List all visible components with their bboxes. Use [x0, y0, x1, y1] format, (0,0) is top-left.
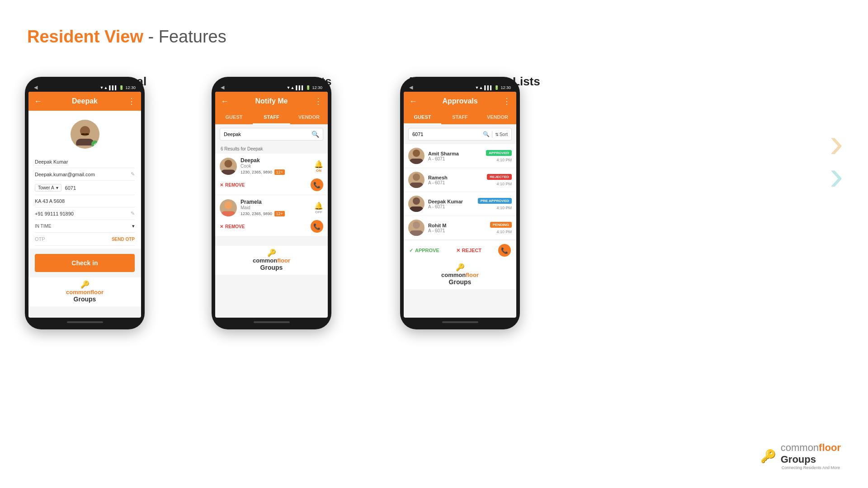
notify-item-1-top: Pramela Maid 1230, 2365, 9890 12+ 🔔 OFF — [220, 199, 323, 216]
approval-avatar-2 — [408, 196, 425, 212]
svg-rect-7 — [221, 211, 236, 216]
sort-button[interactable]: ⇅ Sort — [495, 132, 508, 137]
brand-tagline: Connecting Residents And More — [781, 465, 841, 470]
phone2-more-icon[interactable]: ⋮ — [314, 96, 322, 106]
unit-value: 6071 — [65, 185, 76, 191]
time-1: 4:10 PM — [496, 182, 512, 186]
phone3-more-icon[interactable]: ⋮ — [503, 96, 511, 106]
phone1-back[interactable]: ◀ — [34, 84, 38, 90]
tab-staff[interactable]: STAFF — [253, 111, 290, 124]
phone3-call-btn[interactable]: 📞 — [498, 244, 511, 257]
reject-button[interactable]: ✕ REJECT — [456, 248, 481, 253]
approval-unit-3: A - 6071 — [428, 228, 486, 233]
approval-name-0: Amit Sharma — [428, 151, 482, 156]
results-label: 6 Results for Deepak — [215, 144, 328, 154]
phone2-search-icon[interactable]: 🔍 — [311, 131, 319, 138]
approval-name-2: Deepak Kumar — [428, 199, 474, 204]
tab-vendor[interactable]: VENDOR — [290, 111, 328, 124]
approval-unit-0: A - 6071 — [428, 156, 482, 161]
notify-info-0: Deepak Cook 1230, 2365, 9890 12+ — [241, 157, 314, 175]
phone3-search-icon[interactable]: 🔍 — [483, 131, 490, 137]
dropdown-chevron: ▾ — [56, 185, 58, 190]
approval-info-0: Amit Sharma A - 6071 — [428, 151, 482, 161]
approval-meta-2: PRE APPROVED 4:10 PM — [478, 198, 512, 210]
phone1-back-arrow[interactable]: ← — [34, 97, 42, 106]
email-row: Deepak.kumar@gmail.com ✎ — [35, 168, 135, 181]
svg-point-3 — [85, 133, 89, 135]
phone2-screen: ← Notify Me ⋮ GUEST STAFF VENDOR 🔍 6 Res… — [215, 92, 328, 318]
approval-unit-1: A - 6071 — [428, 180, 483, 185]
tab-guest[interactable]: GUEST — [215, 111, 253, 124]
approval-info-3: Rohit M A - 6071 — [428, 223, 486, 233]
call-btn-1[interactable]: 📞 — [311, 220, 323, 233]
tab3-vendor[interactable]: VENDOR — [479, 111, 516, 124]
phone1-header-title: Deepak — [72, 97, 98, 105]
remove-btn-1[interactable]: ✕ REMOVE — [220, 224, 245, 229]
approve-button[interactable]: ✓ APPROVE — [409, 248, 439, 253]
remove-x-icon-0: ✕ — [220, 183, 223, 188]
phone2-logo-icon: 🔑 — [215, 249, 328, 257]
phone2-back[interactable]: ◀ — [221, 84, 224, 90]
phone3-back-arrow[interactable]: ← — [409, 97, 417, 106]
phone3-back[interactable]: ◀ — [409, 84, 413, 90]
remove-btn-0[interactable]: ✕ REMOVE — [220, 183, 245, 188]
svg-point-6 — [224, 201, 232, 209]
phone2: ◀ ▼▲ ▌▌▌ 🔋 12:30 ← Notify Me ⋮ GUEST STA… — [212, 77, 331, 329]
tab3-guest[interactable]: GUEST — [404, 111, 441, 124]
notify-name-0: Deepak — [241, 157, 314, 164]
remove-label-0: REMOVE — [225, 183, 245, 188]
phone2-search-input[interactable] — [224, 131, 309, 137]
call-btn-0[interactable]: 📞 — [311, 178, 323, 191]
phone1-more-icon[interactable]: ⋮ — [127, 96, 136, 106]
approval-name-1: Ramesh — [428, 175, 483, 180]
bell-toggle-1[interactable]: 🔔 OFF — [314, 202, 323, 214]
user-name: Deepak Kumar — [35, 159, 68, 164]
approval-item-0: Amit Sharma A - 6071 APPROVED 4:10 PM — [404, 144, 516, 168]
approval-info-1: Ramesh A - 6071 — [428, 175, 483, 185]
remove-label-1: REMOVE — [225, 224, 245, 229]
notify-info-1: Pramela Maid 1230, 2365, 9890 12+ — [241, 199, 314, 216]
approval-avatar-0 — [408, 148, 425, 164]
checkin-button[interactable]: Check in — [35, 254, 135, 272]
vehicle-value: KA 43 A 5608 — [35, 198, 65, 204]
phone1-logo: 🔑 commonfloor Groups — [28, 280, 141, 303]
email-edit-icon[interactable]: ✎ — [131, 171, 135, 177]
notify-tags-0: 1230, 2365, 9890 12+ — [241, 169, 314, 175]
approval-meta-0: APPROVED 4:10 PM — [486, 150, 512, 162]
notify-avatar-1 — [220, 199, 237, 216]
time-display: 12:30 — [125, 85, 136, 90]
phone1-logo-text: common — [66, 289, 90, 296]
notify-item-0-top: Deepak Cook 1230, 2365, 9890 12+ 🔔 ON — [220, 157, 323, 175]
phone3-search-input[interactable] — [412, 131, 481, 137]
phone3-search: 🔍 | ⇅ Sort — [408, 128, 512, 141]
battery-icon: 🔋 — [119, 85, 124, 90]
phone1-footer: 🔑 commonfloor Groups — [28, 277, 141, 306]
wifi-icon3: ▼▲ — [475, 85, 483, 90]
phone1-logo-orange: floor — [90, 289, 104, 296]
phone1-avatar: ✓ — [71, 120, 99, 149]
phone2-back-arrow[interactable]: ← — [221, 97, 229, 106]
brand-text: commonfloor Groups Connecting Residents … — [781, 442, 841, 470]
svg-rect-9 — [410, 159, 423, 164]
reject-x-icon: ✕ — [456, 248, 460, 253]
page-title: Resident View - Features — [27, 27, 226, 47]
status-badge-0: APPROVED — [486, 150, 512, 156]
bell-icon-0: 🔔 — [314, 160, 323, 169]
phone3-header-title: Approvals — [442, 97, 477, 105]
phone3-tabs: GUEST STAFF VENDOR — [404, 111, 516, 124]
bell-icon-1: 🔔 — [314, 202, 323, 210]
phone1-status-bar: ◀ ▼▲ ▌▌▌ 🔋 12:30 — [28, 83, 141, 92]
phone1-screen: ← Deepak ⋮ ✓ — [28, 92, 141, 318]
time-chevron[interactable]: ▾ — [132, 223, 135, 229]
notify-avatar-svg-0 — [220, 158, 237, 175]
send-otp-btn[interactable]: SEND OTP — [112, 237, 135, 242]
approval-avatar-svg-1 — [408, 172, 425, 188]
tab3-staff[interactable]: STAFF — [441, 111, 479, 124]
battery-icon3: 🔋 — [494, 85, 499, 90]
svg-rect-15 — [410, 230, 423, 236]
bell-toggle-0[interactable]: 🔔 ON — [314, 160, 323, 173]
phone3-logo-text: commonfloor — [404, 272, 516, 278]
tower-box[interactable]: Tower A ▾ — [35, 184, 61, 192]
phone-edit-icon[interactable]: ✎ — [131, 211, 135, 216]
approval-name-3: Rohit M — [428, 223, 486, 228]
